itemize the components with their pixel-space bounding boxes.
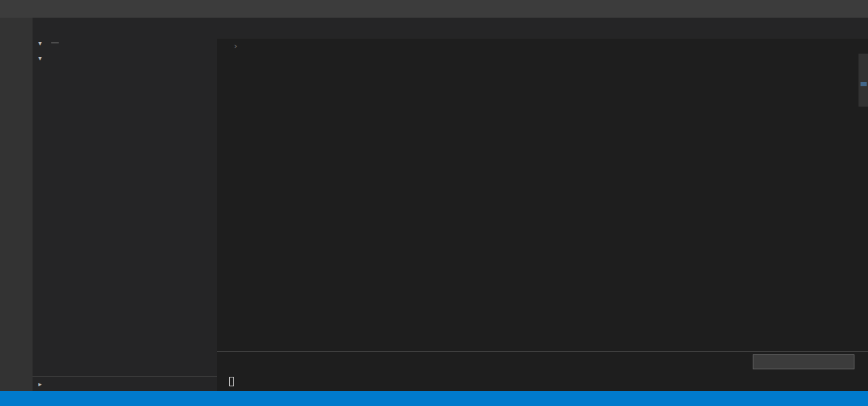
folder-section-header[interactable]: ▾	[33, 50, 217, 65]
open-editors-header[interactable]: ▾	[33, 35, 217, 50]
maximize-button[interactable]	[807, 0, 837, 18]
close-button[interactable]	[837, 0, 868, 18]
breadcrumb-separator-icon: ›	[234, 41, 237, 51]
vscode-window: ▾ ▾ ▸ ›	[0, 0, 868, 406]
editor-actions	[864, 18, 868, 39]
chevron-down-icon: ▾	[35, 39, 45, 47]
panel-actions	[753, 354, 868, 369]
sidebar-explorer: ▾ ▾ ▸	[33, 18, 217, 391]
window-controls	[776, 0, 868, 18]
unsaved-count-badge	[51, 42, 59, 43]
editor-scrollbar[interactable]	[859, 54, 868, 107]
editor-tab-bar	[217, 18, 868, 39]
code-editor[interactable]	[217, 54, 868, 351]
terminal-cursor	[229, 377, 234, 386]
outline-section-header[interactable]: ▸	[33, 376, 217, 391]
editor-area: ›	[217, 18, 868, 391]
bottom-panel	[217, 351, 868, 391]
minimize-button[interactable]	[776, 0, 807, 18]
activity-bar	[0, 18, 33, 391]
sidebar-title	[33, 18, 217, 35]
title-bar	[0, 0, 868, 18]
breadcrumb[interactable]: ›	[217, 39, 868, 54]
chevron-right-icon: ▸	[35, 380, 45, 388]
terminal-picker-dropdown[interactable]	[753, 354, 854, 369]
status-bar	[0, 391, 868, 406]
panel-header	[217, 352, 868, 372]
terminal[interactable]	[217, 372, 868, 391]
chevron-down-icon: ▾	[35, 54, 45, 62]
